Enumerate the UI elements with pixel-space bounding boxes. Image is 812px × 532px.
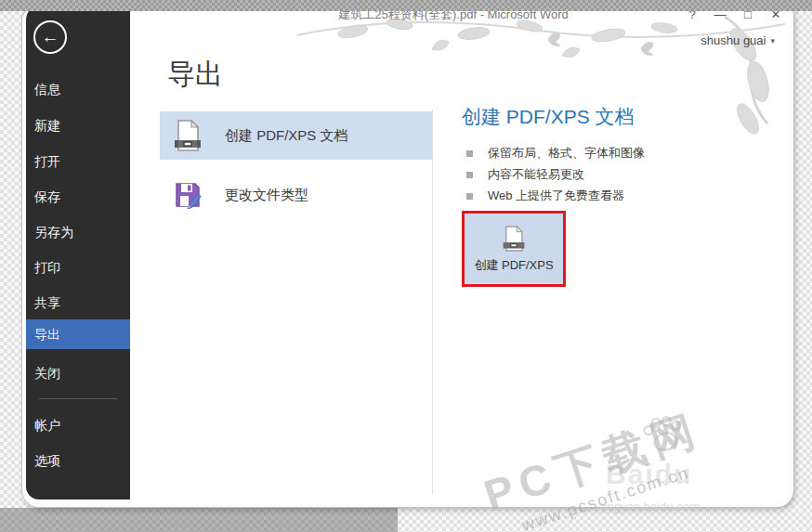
account-menu[interactable]: shushu guai ▾ (701, 33, 775, 47)
sidebar-item-info[interactable]: 信息 (26, 77, 130, 101)
page-title: 导出 (167, 56, 223, 94)
sidebar-divider (39, 398, 117, 399)
back-button[interactable]: ← (33, 20, 67, 54)
square-bullet-icon (466, 150, 473, 157)
create-pdf-xps-button[interactable]: 创建 PDF/XPS (462, 211, 566, 287)
panel-heading: 创建 PDF/XPS 文档 (462, 104, 635, 130)
sidebar-item-save[interactable]: 保存 (26, 185, 130, 209)
option-create-pdf-xps[interactable]: 创建 PDF/XPS 文档 (160, 111, 432, 160)
word-backstage-window: 建筑工25程资料(全套).pdf - Microsoft Word ? — □ … (22, 7, 793, 507)
sidebar-item-options[interactable]: 选项 (26, 448, 130, 473)
sidebar-item-export[interactable]: 导出 (26, 319, 130, 349)
bullet-text: 内容不能轻易更改 (488, 166, 584, 183)
sidebar-item-share[interactable]: 共享 (26, 291, 130, 315)
option-change-file-type[interactable]: 更改文件类型 (160, 175, 432, 215)
panel-separator (432, 110, 433, 495)
sidebar-item-print[interactable]: 打印 (26, 255, 130, 279)
panel-bullet: 保留布局、格式、字体和图像 (466, 145, 645, 162)
window-shadow (0, 508, 398, 532)
sidebar-item-close[interactable]: 关闭 (26, 361, 130, 385)
button-label: 创建 PDF/XPS (474, 257, 553, 274)
account-name: shushu guai (701, 33, 766, 47)
backstage-sidebar: ← 信息 新建 打开 保存 另存为 打印 共享 导出 关闭 帐户 选项 (26, 7, 130, 500)
screenshot-root: { "title_bar": { "title": "建筑工25程资料(全套).… (0, 0, 812, 532)
sidebar-item-saveas[interactable]: 另存为 (26, 220, 130, 244)
back-arrow-icon: ← (42, 27, 59, 47)
sidebar-item-account[interactable]: 帐户 (26, 413, 130, 437)
floppy-pencil-icon (173, 180, 203, 210)
bullet-text: 保留布局、格式、字体和图像 (488, 145, 645, 162)
pdf-document-icon (173, 119, 203, 152)
bullet-text: Web 上提供了免费查看器 (488, 188, 624, 204)
sidebar-item-new[interactable]: 新建 (26, 113, 130, 137)
pdf-document-icon (502, 225, 526, 253)
option-label: 更改文件类型 (225, 187, 308, 204)
transparency-checker-strip (0, 0, 812, 11)
square-bullet-icon (466, 172, 473, 178)
chevron-down-icon: ▾ (770, 36, 775, 45)
panel-bullet: 内容不能轻易更改 (466, 166, 584, 183)
panel-bullet: Web 上提供了免费查看器 (466, 188, 624, 204)
option-label: 创建 PDF/XPS 文档 (225, 127, 348, 145)
sidebar-item-open[interactable]: 打开 (26, 149, 130, 174)
square-bullet-icon (466, 193, 473, 200)
